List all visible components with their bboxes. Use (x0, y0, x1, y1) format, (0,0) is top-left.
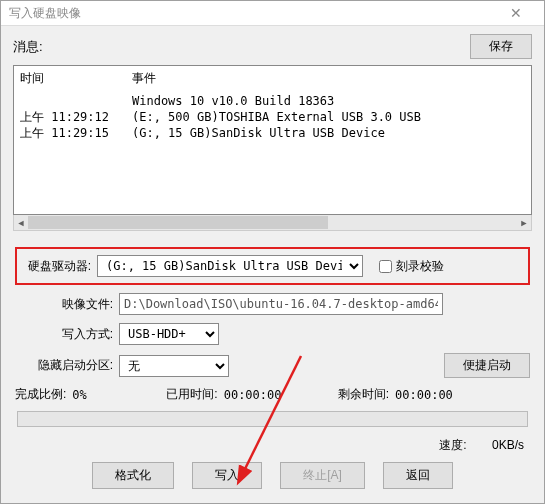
list-item: Windows 10 v10.0 Build 18363 (20, 93, 525, 109)
scroll-thumb[interactable] (28, 216, 328, 229)
progress-bar (17, 411, 528, 427)
close-icon[interactable]: ✕ (496, 5, 536, 21)
log-event: Windows 10 v10.0 Build 18363 (132, 93, 334, 109)
format-button[interactable]: 格式化 (92, 462, 174, 489)
scroll-right-icon[interactable]: ► (517, 215, 531, 230)
save-button[interactable]: 保存 (470, 34, 532, 59)
hide-row: 隐藏启动分区: 无 便捷启动 (15, 353, 530, 378)
verify-checkbox-wrap[interactable]: 刻录校验 (375, 257, 444, 276)
log-time: 上午 11:29:15 (20, 125, 132, 141)
verify-label: 刻录校验 (396, 258, 444, 275)
drive-select[interactable]: (G:, 15 GB)SanDisk Ultra USB Device (97, 255, 363, 277)
log-col-event: 事件 (132, 70, 156, 87)
titlebar: 写入硬盘映像 ✕ (1, 1, 544, 26)
image-row: 映像文件: (15, 293, 530, 315)
progress-value: 0% (72, 388, 142, 402)
log-listbox[interactable]: 时间 事件 Windows 10 v10.0 Build 18363 上午 11… (13, 65, 532, 215)
write-mode-select[interactable]: USB-HDD+ (119, 323, 219, 345)
stop-button[interactable]: 终止[A] (280, 462, 365, 489)
remain-value: 00:00:00 (395, 388, 453, 402)
list-item: 上午 11:29:12 (E:, 500 GB)TOSHIBA External… (20, 109, 525, 125)
remain-label: 剩余时间: (338, 386, 389, 403)
verify-checkbox[interactable] (379, 260, 392, 273)
list-item: 上午 11:29:15 (G:, 15 GB)SanDisk Ultra USB… (20, 125, 525, 141)
form-area: 硬盘驱动器: (G:, 15 GB)SanDisk Ultra USB Devi… (13, 241, 532, 493)
log-event: (E:, 500 GB)TOSHIBA External USB 3.0 USB (132, 109, 421, 125)
message-label: 消息: (13, 38, 470, 56)
write-button[interactable]: 写入 (192, 462, 262, 489)
horizontal-scrollbar[interactable]: ◄ ► (13, 215, 532, 231)
speed-label: 速度: (439, 438, 466, 452)
top-row: 消息: 保存 (13, 34, 532, 59)
dialog-window: 写入硬盘映像 ✕ 消息: 保存 时间 事件 Windows 10 v10.0 B… (0, 0, 545, 504)
hide-partition-select[interactable]: 无 (119, 355, 229, 377)
content-area: 消息: 保存 时间 事件 Windows 10 v10.0 Build 1836… (1, 26, 544, 503)
log-header: 时间 事件 (20, 70, 525, 87)
log-time (20, 93, 132, 109)
log-time: 上午 11:29:12 (20, 109, 132, 125)
hide-label: 隐藏启动分区: (15, 357, 119, 374)
drive-label: 硬盘驱动器: (23, 258, 97, 275)
elapsed-value: 00:00:00 (224, 388, 314, 402)
elapsed-label: 已用时间: (166, 386, 217, 403)
speed-value: 0KB/s (492, 438, 524, 452)
log-event: (G:, 15 GB)SanDisk Ultra USB Device (132, 125, 385, 141)
scroll-left-icon[interactable]: ◄ (14, 215, 28, 230)
back-button[interactable]: 返回 (383, 462, 453, 489)
mode-label: 写入方式: (15, 326, 119, 343)
bottom-button-row: 格式化 写入 终止[A] 返回 (15, 462, 530, 489)
log-col-time: 时间 (20, 70, 132, 87)
drive-row-highlight: 硬盘驱动器: (G:, 15 GB)SanDisk Ultra USB Devi… (15, 247, 530, 285)
mode-row: 写入方式: USB-HDD+ (15, 323, 530, 345)
window-title: 写入硬盘映像 (9, 5, 496, 22)
portable-boot-button[interactable]: 便捷启动 (444, 353, 530, 378)
image-path-input[interactable] (119, 293, 443, 315)
speed-row: 速度: 0KB/s (15, 437, 530, 454)
stats-row: 完成比例: 0% 已用时间: 00:00:00 剩余时间: 00:00:00 (15, 386, 530, 403)
progress-label: 完成比例: (15, 386, 66, 403)
image-label: 映像文件: (15, 296, 119, 313)
